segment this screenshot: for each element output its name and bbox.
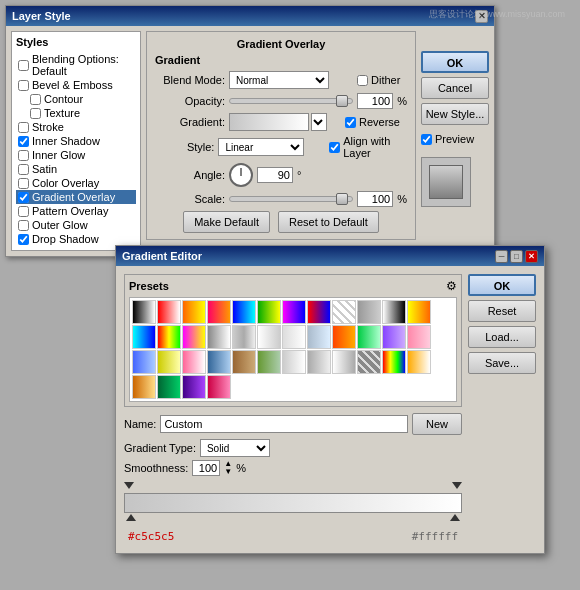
preset-swatch[interactable]: [157, 375, 181, 399]
preset-swatch[interactable]: [332, 325, 356, 349]
satin-checkbox[interactable]: [18, 164, 29, 175]
contour-checkbox[interactable]: [30, 94, 41, 105]
make-default-button[interactable]: Make Default: [183, 211, 270, 233]
preset-swatch[interactable]: [257, 325, 281, 349]
gear-icon[interactable]: ⚙: [446, 279, 457, 293]
sidebar-item-color-overlay[interactable]: Color Overlay: [16, 176, 136, 190]
preset-swatch[interactable]: [132, 325, 156, 349]
sidebar-item-inner-glow[interactable]: Inner Glow: [16, 148, 136, 162]
top-arrow-left[interactable]: [124, 482, 134, 489]
preset-swatch[interactable]: [282, 325, 306, 349]
gradient-dropdown[interactable]: ▼: [311, 113, 327, 131]
dither-checkbox[interactable]: [357, 75, 368, 86]
angle-input[interactable]: [257, 167, 293, 183]
texture-checkbox[interactable]: [30, 108, 41, 119]
sidebar-item-inner-shadow[interactable]: Inner Shadow: [16, 134, 136, 148]
name-input[interactable]: [160, 415, 408, 433]
ge-minimize-btn[interactable]: ─: [495, 250, 508, 263]
align-layer-checkbox[interactable]: [329, 142, 340, 153]
cancel-button[interactable]: Cancel: [421, 77, 489, 99]
sidebar-item-texture[interactable]: Texture: [16, 106, 136, 120]
gradient-overlay-checkbox[interactable]: [18, 192, 29, 203]
bottom-arrow-left[interactable]: [126, 514, 136, 524]
preset-swatch[interactable]: [232, 325, 256, 349]
sidebar-item-satin[interactable]: Satin: [16, 162, 136, 176]
stroke-checkbox[interactable]: [18, 122, 29, 133]
gradient-type-select[interactable]: Solid Noise: [200, 439, 270, 457]
blend-mode-select[interactable]: Normal Multiply Screen: [229, 71, 329, 89]
preset-swatch[interactable]: [332, 300, 356, 324]
preset-swatch[interactable]: [307, 325, 331, 349]
preset-swatch[interactable]: [207, 375, 231, 399]
reverse-checkbox[interactable]: [345, 117, 356, 128]
preset-swatch[interactable]: [182, 300, 206, 324]
inner-shadow-checkbox[interactable]: [18, 136, 29, 147]
preset-swatch[interactable]: [157, 350, 181, 374]
outer-glow-checkbox[interactable]: [18, 220, 29, 231]
preset-swatch[interactable]: [382, 300, 406, 324]
preset-swatch[interactable]: [307, 350, 331, 374]
new-button[interactable]: New: [412, 413, 462, 435]
preset-swatch[interactable]: [382, 350, 406, 374]
preset-swatch[interactable]: [232, 350, 256, 374]
preset-swatch[interactable]: [357, 325, 381, 349]
sidebar-item-stroke[interactable]: Stroke: [16, 120, 136, 134]
new-style-button[interactable]: New Style...: [421, 103, 489, 125]
preset-swatch[interactable]: [207, 350, 231, 374]
preset-swatch[interactable]: [207, 300, 231, 324]
preset-swatch[interactable]: [132, 375, 156, 399]
sidebar-item-pattern-overlay[interactable]: Pattern Overlay: [16, 204, 136, 218]
ge-maximize-btn[interactable]: □: [510, 250, 523, 263]
preset-swatch[interactable]: [182, 325, 206, 349]
preset-swatch[interactable]: [182, 375, 206, 399]
gradient-preview[interactable]: [229, 113, 309, 131]
preset-swatch[interactable]: [157, 325, 181, 349]
inner-glow-checkbox[interactable]: [18, 150, 29, 161]
preset-swatch[interactable]: [332, 350, 356, 374]
smoothness-stepper[interactable]: ▲ ▼: [224, 460, 232, 476]
preset-swatch[interactable]: [357, 300, 381, 324]
gradient-bar[interactable]: [124, 493, 462, 513]
blending-checkbox[interactable]: [18, 60, 29, 71]
smoothness-input[interactable]: [192, 460, 220, 476]
preset-swatch[interactable]: [182, 350, 206, 374]
sidebar-item-bevel[interactable]: Bevel & Emboss: [16, 78, 136, 92]
bottom-arrow-right[interactable]: [450, 514, 460, 524]
color-overlay-checkbox[interactable]: [18, 178, 29, 189]
ok-button[interactable]: OK: [421, 51, 489, 73]
preset-swatch[interactable]: [257, 350, 281, 374]
preset-swatch[interactable]: [407, 325, 431, 349]
ge-save-button[interactable]: Save...: [468, 352, 536, 374]
preset-swatch[interactable]: [282, 350, 306, 374]
preset-swatch[interactable]: [307, 300, 331, 324]
scale-input[interactable]: [357, 191, 393, 207]
preset-swatch[interactable]: [157, 300, 181, 324]
drop-shadow-checkbox[interactable]: [18, 234, 29, 245]
sidebar-item-gradient-overlay[interactable]: Gradient Overlay: [16, 190, 136, 204]
preview-checkbox[interactable]: [421, 134, 432, 145]
style-select[interactable]: Linear Radial Angle: [218, 138, 304, 156]
ge-load-button[interactable]: Load...: [468, 326, 536, 348]
preset-swatch[interactable]: [382, 325, 406, 349]
scale-slider[interactable]: [229, 196, 353, 202]
preset-swatch[interactable]: [357, 350, 381, 374]
sidebar-item-contour[interactable]: Contour: [16, 92, 136, 106]
preset-swatch[interactable]: [232, 300, 256, 324]
sidebar-item-blending[interactable]: Blending Options: Default: [16, 52, 136, 78]
reset-to-default-button[interactable]: Reset to Default: [278, 211, 379, 233]
angle-dial[interactable]: [229, 163, 253, 187]
top-arrow-right[interactable]: [452, 482, 462, 489]
sidebar-item-drop-shadow[interactable]: Drop Shadow: [16, 232, 136, 246]
smooth-down-arrow[interactable]: ▼: [224, 468, 232, 476]
preset-swatch[interactable]: [407, 350, 431, 374]
preset-swatch[interactable]: [132, 350, 156, 374]
ge-ok-button[interactable]: OK: [468, 274, 536, 296]
pattern-overlay-checkbox[interactable]: [18, 206, 29, 217]
opacity-input[interactable]: [357, 93, 393, 109]
preset-swatch[interactable]: [207, 325, 231, 349]
preset-swatch[interactable]: [132, 300, 156, 324]
sidebar-item-outer-glow[interactable]: Outer Glow: [16, 218, 136, 232]
bevel-checkbox[interactable]: [18, 80, 29, 91]
preset-swatch[interactable]: [407, 300, 431, 324]
opacity-slider[interactable]: [229, 98, 353, 104]
